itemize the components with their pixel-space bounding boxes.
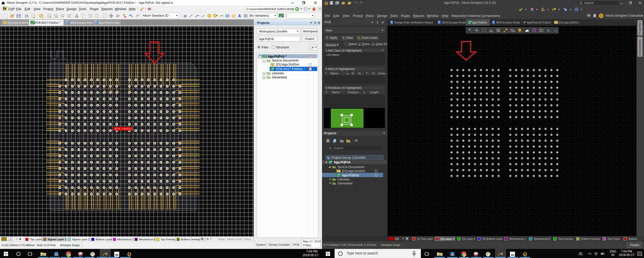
svg-text:A: A <box>238 14 241 18</box>
svg-text:A: A <box>547 28 550 33</box>
svg-text:e: e <box>96 21 97 24</box>
svg-text:BGA_FANOUT: BGA_FANOUT <box>114 127 133 130</box>
svg-text:e: e <box>67 21 69 24</box>
svg-text:D: D <box>600 14 602 18</box>
svg-text:17: 17 <box>3 1 5 3</box>
svg-text:10: 10 <box>540 31 542 33</box>
svg-text:2: 2 <box>641 254 642 256</box>
